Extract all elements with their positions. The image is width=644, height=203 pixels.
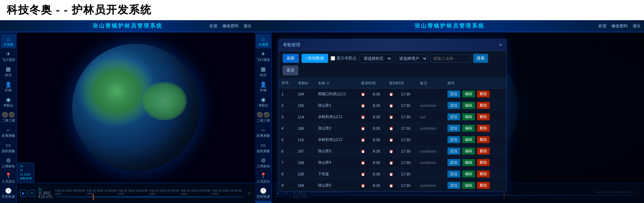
cell-name: 张山营3 [315,146,358,157]
sidebar-item-fly[interactable]: ✈ 飞行漫游 [1,49,16,64]
right-panel: 张山营镇护林员管理系统 欢迎 修改密码 退出 ⌂ 主视图 ✈ 飞行漫游 ▦ 村庄 [255,20,644,203]
right-modify-password[interactable]: 修改密码 [611,23,628,29]
right-sidebar-distance[interactable]: ↔ 距离测量 [256,125,271,139]
sidebar-label-history: 历史轨迹 [2,195,15,199]
sidebar-item-village[interactable]: ▦ 村庄 [1,64,16,79]
threed-icon: ⚙ [6,157,11,164]
delete-button[interactable]: 删除 [477,159,490,166]
village-icon: ▦ [6,66,11,72]
logout-link[interactable]: 退出 [244,23,252,29]
timeline-expand-icon[interactable]: ⤢ [246,190,252,197]
cell-id: 167 [295,146,316,157]
cell-id: 126 [295,168,316,180]
pause-button[interactable]: ⏸ [29,190,35,197]
locate-button[interactable]: 定位 [447,182,460,189]
sidebar-label-3d: 三维标绘 [2,164,15,168]
show-checkpoints-checkbox[interactable]: 显示考勤点 [331,55,357,61]
sidebar-item-history[interactable]: 🕐 历史轨迹 [1,186,16,200]
timeline-bar: ▶ ⏸ 1x 21 2022 4:23 UTC Feb 21 2022 08:0… [17,183,255,203]
sidebar-item-2d3d[interactable]: ⚫⚫ 二维三维 [1,110,16,124]
cell-actions: 定位 编辑 删除 [445,168,506,180]
delete-button[interactable]: 删除 [477,148,490,155]
name-input[interactable] [430,54,471,63]
timeline-track[interactable]: Feb 21 2022 08:00:00 UTC Feb 21 2022 12:… [55,189,244,197]
edit-button[interactable]: 编辑 [462,159,475,166]
th-name[interactable]: 名称 ≎ [315,78,358,88]
cell-name: 水峪村虎山口2 [315,134,358,146]
locate-button[interactable]: 定位 [447,125,460,132]
sidebar-item-location[interactable]: 📍 人员定位 [1,171,16,185]
cell-start-icon: ⏰ [358,111,370,123]
village-select[interactable]: 请选择村庄 [359,54,392,63]
right-sidebar-home[interactable]: ⌂ 主视图 [256,34,271,48]
cell-end-icon: ⏰ [386,88,398,100]
table-row: 6 167 张山营3 ⏰ 8:30 ⏰ 17:30 undefined 定位 编… [279,146,506,157]
user-select[interactable]: 请选择用户 [395,54,428,63]
edit-button[interactable]: 编辑 [462,125,475,132]
edit-button[interactable]: 编辑 [462,113,475,120]
show-checkpoints-input[interactable] [331,56,335,60]
locate-button[interactable]: 定位 [447,113,460,120]
left-panel-nav: 欢迎 修改密码 退出 [209,23,252,29]
cell-start-time: 8:30 [370,88,386,100]
cell-id: 164 [295,88,316,100]
delete-button[interactable]: 删除 [477,170,490,177]
sidebar-item-distance[interactable]: ↔ 距离测量 [1,125,16,139]
r-distance-icon: ↔ [261,127,266,133]
add-data-button[interactable]: +添加数据 [302,54,328,63]
modify-password-link[interactable]: 修改密码 [222,23,238,29]
sidebar-item-area[interactable]: ▭ 面积测量 [1,140,16,155]
right-sidebar-fly[interactable]: ✈ 飞行漫游 [256,49,271,64]
cell-note: undefined [417,100,445,111]
play-button[interactable]: ▶ [20,190,27,197]
sidebar-item-3d[interactable]: ⚙ 三维标绘 [1,156,16,170]
edit-button[interactable]: 编辑 [462,102,475,109]
table-row: 3 114 水峪村虎山口1 ⏰ 8:30 ⏰ 17:30 null 定位 编辑 … [279,111,506,123]
table-row: 9 169 张山营5 ⏰ 8:30 ⏰ 17:30 undefined 定位 编… [279,180,506,191]
right-sidebar-location[interactable]: 📍 人员定位 [256,171,271,185]
edit-button[interactable]: 编辑 [462,148,475,155]
right-logout[interactable]: 退出 [633,23,641,29]
locate-button[interactable]: 定位 [447,102,460,109]
right-sidebar-village[interactable]: ▦ 村庄 [256,64,271,79]
edit-button[interactable]: 编辑 [462,90,475,97]
reset-button[interactable]: 重置 [283,66,298,75]
cell-end-time: 17:30 [398,123,417,134]
th-id: 考勤Id [295,78,316,88]
right-sidebar-3d[interactable]: ⚙ 三维标绘 [256,156,271,170]
delete-button[interactable]: 删除 [477,182,490,189]
locate-button[interactable]: 定位 [447,136,460,143]
locate-button[interactable]: 定位 [447,170,460,177]
delete-button[interactable]: 删除 [477,90,490,97]
edit-button[interactable]: 编辑 [462,136,475,143]
right-sidebar-ranger[interactable]: 👤 护林 [256,80,271,94]
search-button[interactable]: 搜索 [473,54,488,63]
delete-button[interactable]: 删除 [477,136,490,143]
timeline-date: 21 2022 4:23 UTC [38,191,53,199]
right-welcome-text: 欢迎 [598,23,606,29]
locate-button[interactable]: 定位 [447,159,460,166]
delete-button[interactable]: 删除 [477,102,490,109]
right-sidebar-attendance[interactable]: 📋 考勤管理 [256,201,271,203]
sidebar-label-checkpoint: 考勤点 [3,104,13,108]
edit-button[interactable]: 编辑 [462,182,475,189]
sidebar-item-ranger[interactable]: 👤 护林 [1,80,16,94]
locate-button[interactable]: 定位 [447,148,460,155]
cell-end-time: 17:30 [398,111,417,123]
right-sidebar-history[interactable]: 🕐 历史轨迹 [256,186,271,200]
sidebar-item-checkpoint[interactable]: ◉ 考勤点 [1,95,16,109]
sidebar-item-home[interactable]: ⌂ 主视图 [1,34,16,48]
cell-seq: 5 [279,134,295,146]
edit-button[interactable]: 编辑 [462,170,475,177]
locate-button[interactable]: 定位 [447,90,460,97]
cell-seq: 3 [279,111,295,123]
right-sidebar-area[interactable]: ▭ 面积测量 [256,140,271,155]
delete-button[interactable]: 删除 [477,113,490,120]
right-sidebar-2d3d[interactable]: ⚫⚫ 二维三维 [256,110,271,124]
refresh-button[interactable]: 刷新 [283,54,299,63]
cell-note: undefined [417,146,445,157]
modal-close-button[interactable]: × [499,42,502,48]
delete-button[interactable]: 删除 [477,125,490,132]
cell-note [417,134,445,146]
right-sidebar-checkpoint[interactable]: ◉ 考勤点 [256,95,271,109]
